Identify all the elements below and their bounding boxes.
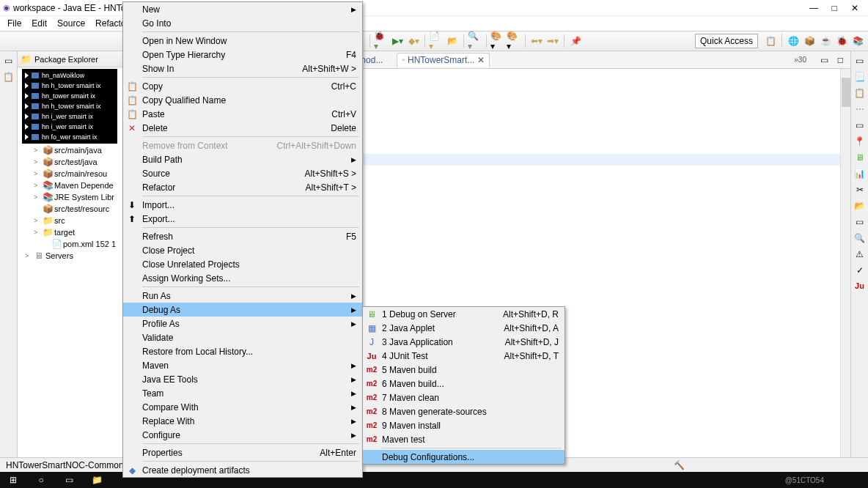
editor-vscroll[interactable] bbox=[840, 69, 850, 459]
toolbar-nav2-icon[interactable]: 🎨▾ bbox=[507, 34, 521, 48]
menu-item-open-in-new-window[interactable]: Open in New Window bbox=[123, 34, 362, 48]
menu-item-debug-as[interactable]: Debug As▶ bbox=[123, 303, 362, 317]
toolbar-back-icon[interactable]: ⬅▾ bbox=[529, 34, 544, 48]
menu-file[interactable]: File bbox=[3, 17, 26, 30]
menu-item-restore-from-local-history-[interactable]: Restore from Local History... bbox=[123, 344, 362, 358]
menu-item-replace-with[interactable]: Replace With▶ bbox=[123, 414, 362, 428]
tree-item[interactable]: 📦src/test/resourc bbox=[21, 203, 121, 215]
persp-open-icon[interactable]: 📋 bbox=[763, 34, 778, 48]
persp-javaee-icon[interactable]: 🌐 bbox=[786, 34, 801, 48]
editor-maximize-icon[interactable]: □ bbox=[838, 55, 843, 65]
menu-item-go-into[interactable]: Go Into bbox=[123, 16, 362, 30]
tree-item[interactable]: >📁target bbox=[21, 226, 121, 238]
submenu-item-2-java-applet[interactable]: ▦2 Java AppletAlt+Shift+D, A bbox=[363, 321, 564, 335]
toolbar-debug-icon[interactable]: 🐞▾ bbox=[374, 34, 389, 48]
tasks-view-icon[interactable]: ✓ bbox=[856, 265, 864, 276]
menu-item-create-deployment-artifacts[interactable]: ◆Create deployment artifacts bbox=[123, 463, 362, 477]
submenu-item-1-debug-on-server[interactable]: 🖥1 Debug on ServerAlt+Shift+D, R bbox=[363, 307, 564, 321]
maximize-button[interactable]: □ bbox=[830, 4, 839, 12]
menu-item-copy[interactable]: 📋CopyCtrl+C bbox=[123, 79, 362, 93]
menu-edit[interactable]: Edit bbox=[27, 17, 51, 30]
start-button[interactable]: ⊞ bbox=[3, 473, 23, 487]
editor-minimize-icon[interactable]: ▭ bbox=[820, 55, 828, 65]
markers-icon[interactable]: 📍 bbox=[854, 136, 865, 147]
menu-item-close-project[interactable]: Close Project bbox=[123, 243, 362, 257]
outline-icon[interactable]: 📃 bbox=[854, 72, 865, 82]
menu-item-paste[interactable]: 📋PasteCtrl+V bbox=[123, 107, 362, 121]
menu-source[interactable]: Source bbox=[53, 17, 89, 30]
menu-item-refactor[interactable]: RefactorAlt+Shift+T > bbox=[123, 180, 362, 194]
trim-restore-right-icon[interactable]: ▭ bbox=[856, 56, 864, 66]
persp-git-icon[interactable]: 📚 bbox=[850, 34, 865, 48]
menu-item-source[interactable]: SourceAlt+Shift+S > bbox=[123, 166, 362, 180]
status-build-icon[interactable]: 🔨 bbox=[674, 460, 685, 470]
editor-tab[interactable]: ▫HNTowerSmart... ✕ bbox=[397, 53, 490, 67]
persp-debug-icon[interactable]: 🐞 bbox=[834, 34, 849, 48]
trim-view-icon[interactable]: 📋 bbox=[3, 72, 14, 82]
tree-item[interactable]: >📚JRE System Libr bbox=[21, 191, 121, 203]
toolbar-open-icon[interactable]: 📂 bbox=[445, 34, 460, 48]
submenu-item-debug-configurations-[interactable]: Debug Configurations... bbox=[363, 450, 564, 464]
menu-item-build-path[interactable]: Build Path▶ bbox=[123, 152, 362, 166]
menu-item-assign-working-sets-[interactable]: Assign Working Sets... bbox=[123, 271, 362, 285]
data-icon[interactable]: 📊 bbox=[854, 169, 865, 179]
toolbar-run-icon[interactable]: ▶▾ bbox=[390, 34, 405, 48]
menu-item-team[interactable]: Team▶ bbox=[123, 386, 362, 400]
problems-icon[interactable]: ⚠ bbox=[856, 249, 864, 259]
explorer-taskbar-icon[interactable]: 📁 bbox=[87, 473, 107, 487]
submenu-item-9-maven-install[interactable]: m29 Maven install bbox=[363, 418, 564, 432]
menu-item-remove-from-context[interactable]: Remove from ContextCtrl+Alt+Shift+Down bbox=[123, 138, 362, 152]
console-icon[interactable]: ▭ bbox=[856, 217, 864, 227]
junit-icon[interactable]: Ju bbox=[855, 281, 864, 290]
minimize-button[interactable]: — bbox=[809, 4, 818, 12]
persp-java-icon[interactable]: ☕ bbox=[818, 34, 833, 48]
menu-item-show-in[interactable]: Show InAlt+Shift+W > bbox=[123, 62, 362, 75]
toolbar-pin-icon[interactable]: 📌 bbox=[568, 34, 583, 48]
taskview-icon[interactable]: ▭ bbox=[59, 473, 79, 487]
quick-access-input[interactable]: Quick Access bbox=[695, 34, 758, 48]
toolbar-nav1-icon[interactable]: 🎨▾ bbox=[490, 34, 505, 48]
close-button[interactable]: ✕ bbox=[850, 4, 859, 12]
toolbar-forward-icon[interactable]: ➡▾ bbox=[545, 34, 560, 48]
menu-item-profile-as[interactable]: Profile As▶ bbox=[123, 317, 362, 330]
menu-item-export-[interactable]: ⬆Export... bbox=[123, 212, 362, 226]
trim-restore-icon[interactable]: ▭ bbox=[4, 56, 12, 66]
submenu-item-3-java-application[interactable]: J3 Java ApplicationAlt+Shift+D, J bbox=[363, 335, 564, 349]
toolbar-search-icon[interactable]: 🔍▾ bbox=[468, 34, 482, 48]
submenu-item-5-maven-build[interactable]: m25 Maven build bbox=[363, 363, 564, 377]
task-icon[interactable]: 📋 bbox=[854, 88, 865, 98]
submenu-item-6-maven-build-[interactable]: m26 Maven build... bbox=[363, 377, 564, 391]
navigator-icon[interactable]: 📂 bbox=[854, 201, 865, 211]
menu-item-java-ee-tools[interactable]: Java EE Tools▶ bbox=[123, 372, 362, 386]
menu-item-maven[interactable]: Maven▶ bbox=[123, 358, 362, 372]
menu-item-run-as[interactable]: Run As▶ bbox=[123, 289, 362, 303]
menu-item-open-type-hierarchy[interactable]: Open Type HierarchyF4 bbox=[123, 48, 362, 62]
tree-item[interactable]: 📄pom.xml 152 1 bbox=[21, 238, 121, 250]
tree-item[interactable]: >📁src bbox=[21, 215, 121, 226]
submenu-item-4-junit-test[interactable]: Ju4 JUnit TestAlt+Shift+D, T bbox=[363, 349, 564, 363]
tree-item[interactable]: >🖥Servers bbox=[21, 250, 121, 262]
menu-item-compare-with[interactable]: Compare With▶ bbox=[123, 400, 362, 414]
menu-item-refresh[interactable]: RefreshF5 bbox=[123, 229, 362, 243]
submenu-item-7-maven-clean[interactable]: m27 Maven clean bbox=[363, 391, 564, 404]
menu-item-configure[interactable]: Configure▶ bbox=[123, 428, 362, 442]
persp-resource-icon[interactable]: 📦 bbox=[802, 34, 817, 48]
search-view-icon[interactable]: 🔍 bbox=[854, 233, 865, 243]
submenu-item-8-maven-generate-sources[interactable]: m28 Maven generate-sources bbox=[363, 404, 564, 418]
menu-item-close-unrelated-projects[interactable]: Close Unrelated Projects bbox=[123, 257, 362, 271]
toolbar-server-icon[interactable]: ◆▾ bbox=[406, 34, 421, 48]
menu-item-validate[interactable]: Validate bbox=[123, 330, 362, 344]
search-taskbar-icon[interactable]: ○ bbox=[31, 473, 51, 487]
project-tree[interactable]: >📦src/main/java>📦src/test/java>📦src/main… bbox=[18, 144, 122, 263]
tree-item[interactable]: >📦src/main/resou bbox=[21, 168, 121, 180]
tree-item[interactable]: >📦src/main/java bbox=[21, 144, 121, 156]
menu-item-new[interactable]: New▶ bbox=[123, 2, 362, 16]
toolbar-new-icon[interactable]: 📄▾ bbox=[429, 34, 444, 48]
trim-restore2-icon[interactable]: ▭ bbox=[856, 120, 864, 130]
editor-overflow[interactable]: »30 bbox=[794, 56, 806, 64]
menu-item-properties[interactable]: PropertiesAlt+Enter bbox=[123, 446, 362, 459]
menu-item-import-[interactable]: ⬇Import... bbox=[123, 198, 362, 212]
tree-item[interactable]: >📚Maven Depende bbox=[21, 180, 121, 191]
snippets-icon[interactable]: ✂ bbox=[856, 185, 864, 195]
menu-item-delete[interactable]: ✕DeleteDelete bbox=[123, 121, 362, 135]
